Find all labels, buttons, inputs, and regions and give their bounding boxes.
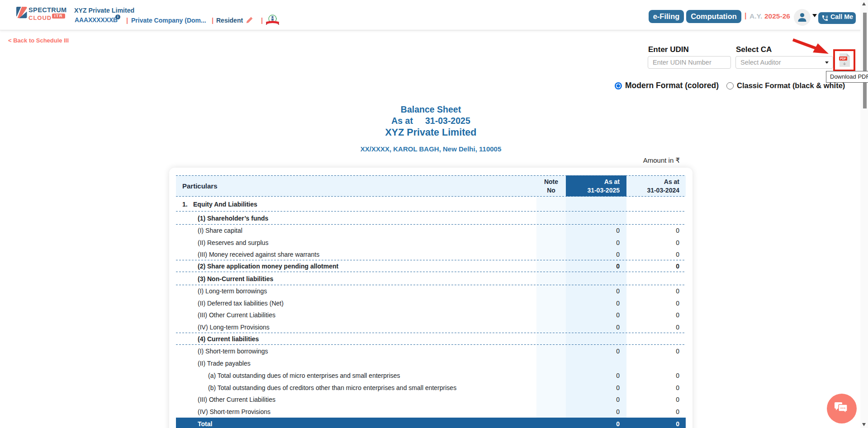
svg-text:PDF: PDF [840,57,846,60]
